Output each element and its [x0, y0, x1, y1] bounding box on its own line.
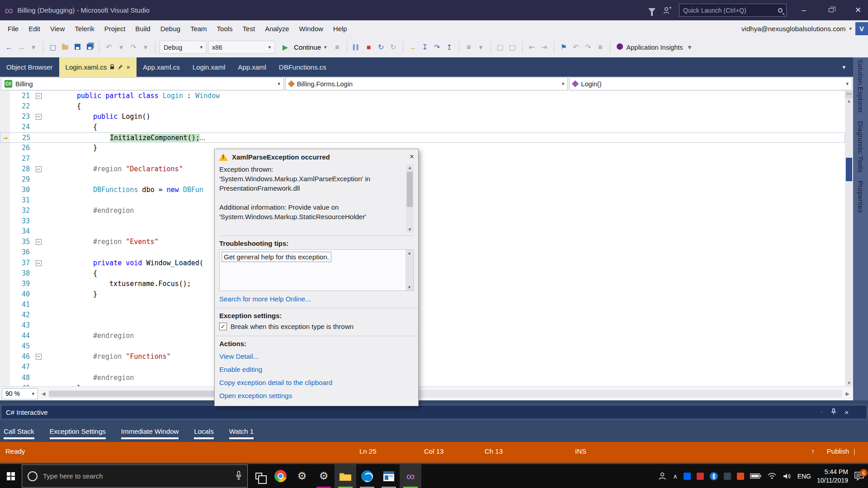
- scroll-up-icon[interactable]: ▲: [845, 99, 853, 103]
- code-text[interactable]: #region "Events": [44, 237, 159, 247]
- red-tray-icon[interactable]: [697, 473, 704, 480]
- scroll-up-icon[interactable]: ▲: [406, 165, 414, 170]
- exception-dialog-title-bar[interactable]: XamlParseException occurred ×: [215, 149, 418, 164]
- step-out-icon[interactable]: ↥: [444, 44, 455, 51]
- fold-collapse-icon[interactable]: −: [36, 239, 42, 245]
- unindent-icon[interactable]: ⇤: [527, 44, 538, 51]
- action-open-exception-settings[interactable]: Open exception settings: [215, 389, 418, 402]
- attach-process-icon[interactable]: ≡: [332, 44, 343, 51]
- action-copy-exception-detail-to-the-clipboard[interactable]: Copy exception detail to the clipboard: [215, 376, 418, 389]
- troubleshooting-tips-box[interactable]: Get general help for this exception. ▲ ▼: [219, 249, 414, 291]
- code-text[interactable]: [44, 341, 61, 352]
- solution-config-dropdown[interactable]: Debug ▾: [160, 41, 207, 54]
- code-text[interactable]: }: [44, 383, 81, 386]
- start-button[interactable]: [0, 464, 22, 488]
- auto-hide-tab-solution-explorer[interactable]: Solution Explorer: [857, 59, 864, 113]
- scroll-up-icon[interactable]: ▲: [406, 251, 413, 255]
- menu-edit[interactable]: Edit: [24, 20, 45, 37]
- stop-icon[interactable]: ■: [363, 44, 374, 51]
- bluetooth-icon[interactable]: [710, 472, 718, 480]
- code-text[interactable]: [44, 247, 61, 258]
- tips-scrollbar[interactable]: ▲ ▼: [406, 250, 413, 291]
- code-text[interactable]: #region "Declarations": [44, 164, 183, 174]
- panel-close-icon[interactable]: ×: [844, 408, 849, 416]
- code-text[interactable]: [44, 174, 61, 185]
- break-checkbox[interactable]: ✓: [219, 323, 227, 330]
- show-hidden-icons-chevron[interactable]: ∧: [673, 473, 677, 480]
- action-enable-editing[interactable]: Enable editing: [215, 363, 418, 376]
- bottom-tab-exception-settings[interactable]: Exception Settings: [50, 426, 106, 442]
- bookmark-menu-icon[interactable]: ≡: [595, 44, 606, 51]
- filter-icon[interactable]: [648, 8, 656, 13]
- code-text[interactable]: }: [44, 289, 97, 300]
- window-layout-2-icon[interactable]: ▢: [507, 44, 518, 51]
- application-insights-icon[interactable]: [614, 43, 625, 51]
- editor-vertical-scrollbar[interactable]: ▲ ▼: [845, 91, 853, 386]
- code-text[interactable]: [44, 154, 61, 164]
- pin-icon[interactable]: [118, 63, 123, 71]
- people-icon[interactable]: [658, 472, 667, 480]
- scrollbar-thumb[interactable]: [407, 172, 413, 207]
- menu-file[interactable]: File: [3, 20, 24, 37]
- prev-bookmark-icon[interactable]: ↶: [571, 44, 581, 51]
- menu-debug[interactable]: Debug: [156, 20, 185, 37]
- tab-login-xaml-cs[interactable]: Login.xaml.cs×: [59, 57, 137, 77]
- breakpoint-gutter-cell[interactable]: [0, 101, 10, 112]
- restore-button[interactable]: [821, 0, 841, 20]
- microphone-icon[interactable]: [236, 471, 242, 482]
- clock[interactable]: 5:44 PM 10/11/2019: [817, 468, 848, 485]
- breakpoint-gutter-cell[interactable]: [0, 143, 10, 153]
- code-editor[interactable]: 21−public partial class Login : Window22…: [0, 91, 845, 386]
- editor-horizontal-scrollbar[interactable]: [49, 390, 842, 398]
- code-text[interactable]: private void Window_Loaded(: [44, 258, 203, 268]
- next-bookmark-icon[interactable]: ↷: [583, 44, 594, 51]
- menu-telerik[interactable]: Telerik: [70, 20, 99, 37]
- project-dropdown[interactable]: C# Billing ▾: [1, 77, 284, 90]
- code-text[interactable]: #region "Functions": [44, 352, 171, 362]
- scrollbar-thumb[interactable]: [846, 158, 852, 181]
- window-layout-icon[interactable]: ▢: [495, 44, 506, 51]
- chrome-taskbar-button[interactable]: [269, 464, 291, 488]
- bookmark-icon[interactable]: ⚑: [558, 44, 569, 51]
- pin-icon[interactable]: [831, 408, 836, 416]
- fold-collapse-icon[interactable]: −: [36, 166, 42, 172]
- publish-button[interactable]: Publish: [827, 447, 849, 455]
- action-view-detail[interactable]: View Detail...: [215, 350, 418, 363]
- breakpoint-gutter-cell[interactable]: [0, 268, 10, 279]
- task-view-button[interactable]: [248, 464, 269, 488]
- bottom-tab-call-stack[interactable]: Call Stack: [4, 426, 34, 442]
- tab-close-icon[interactable]: ×: [126, 63, 130, 71]
- breakpoint-gutter-cell[interactable]: [0, 226, 10, 237]
- taskbar-search-input[interactable]: Type here to search: [22, 465, 248, 488]
- splitter-grip-icon[interactable]: [845, 91, 853, 98]
- scroll-down-icon[interactable]: ▼: [406, 227, 414, 232]
- menu-test[interactable]: Test: [238, 20, 260, 37]
- interactive-panel-header[interactable]: C# Interactive ▾ ×: [1, 405, 867, 419]
- dark-tray-icon[interactable]: [724, 473, 731, 480]
- exception-message-area[interactable]: Exception thrown:'System.Windows.Markup.…: [219, 164, 414, 236]
- navigate-forward-icon[interactable]: →: [16, 44, 27, 51]
- code-text[interactable]: [44, 320, 61, 331]
- settings-taskbar-button[interactable]: ⚙: [291, 464, 313, 488]
- dialog-close-icon[interactable]: ×: [410, 152, 414, 161]
- auto-hide-tab-diagnostic-tools[interactable]: Diagnostic Tools: [857, 121, 864, 173]
- code-text[interactable]: }: [44, 143, 97, 153]
- code-text[interactable]: [44, 362, 61, 372]
- breakpoint-gutter-cell[interactable]: [0, 373, 10, 383]
- tab-login-xaml[interactable]: Login.xaml: [186, 57, 232, 77]
- fold-collapse-icon[interactable]: −: [36, 260, 42, 266]
- fold-collapse-icon[interactable]: −: [36, 93, 42, 99]
- tab-app-xaml-cs[interactable]: App.xaml.cs: [137, 57, 186, 77]
- refresh-icon[interactable]: ↻: [388, 44, 399, 51]
- breakpoint-gutter-cell[interactable]: [0, 300, 10, 310]
- search-help-online-link[interactable]: Search for more Help Online...: [219, 295, 311, 303]
- code-text[interactable]: {: [44, 122, 97, 132]
- action-center-icon[interactable]: 6: [854, 471, 864, 481]
- breakpoint-gutter-cell[interactable]: [0, 206, 10, 216]
- tip-link[interactable]: Get general help for this exception.: [222, 252, 331, 262]
- code-text[interactable]: [44, 226, 61, 237]
- scroll-left-icon[interactable]: ◀: [40, 391, 47, 397]
- current-statement-arrow-icon[interactable]: →: [0, 133, 10, 142]
- quick-launch-input[interactable]: Quick Launch (Ctrl+Q): [679, 4, 787, 17]
- tab-list-chevron-icon[interactable]: ▼: [841, 64, 853, 70]
